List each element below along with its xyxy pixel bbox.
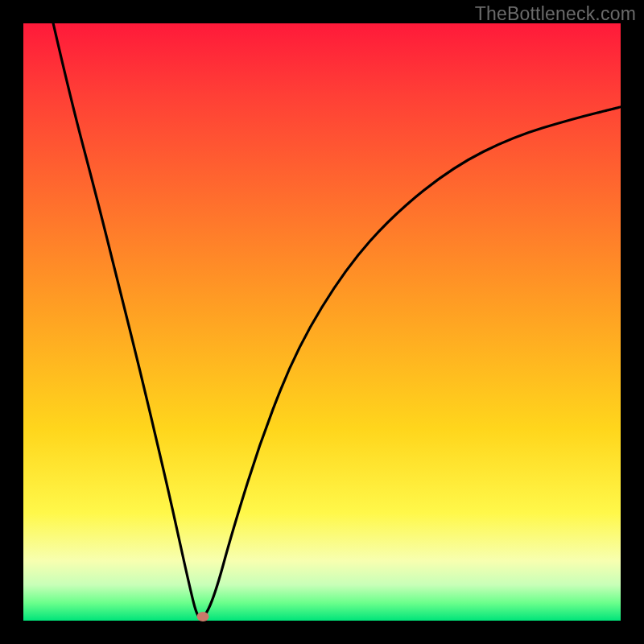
bottleneck-curve — [23, 23, 621, 621]
plot-area — [23, 23, 621, 621]
minimum-marker — [196, 612, 208, 621]
watermark-text: TheBottleneck.com — [475, 3, 636, 25]
chart-frame: TheBottleneck.com — [0, 0, 644, 644]
curve-path — [53, 23, 621, 618]
